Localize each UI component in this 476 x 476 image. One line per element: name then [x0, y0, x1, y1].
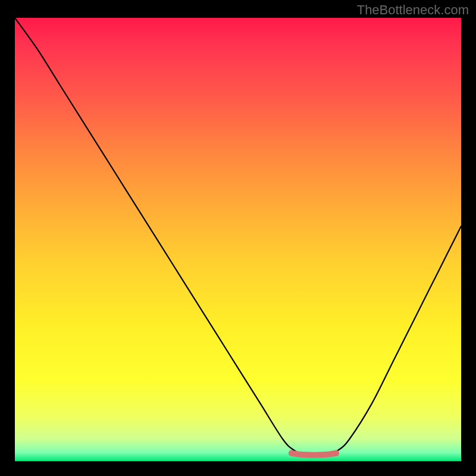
- optimal-marker: [292, 453, 336, 455]
- bottleneck-curve: [15, 18, 461, 455]
- plot-area: [15, 18, 461, 461]
- watermark-text: TheBottleneck.com: [357, 2, 469, 18]
- optimal-marker-end-left: [289, 450, 295, 456]
- chart-svg: [15, 18, 461, 461]
- optimal-marker-end-right: [333, 450, 339, 456]
